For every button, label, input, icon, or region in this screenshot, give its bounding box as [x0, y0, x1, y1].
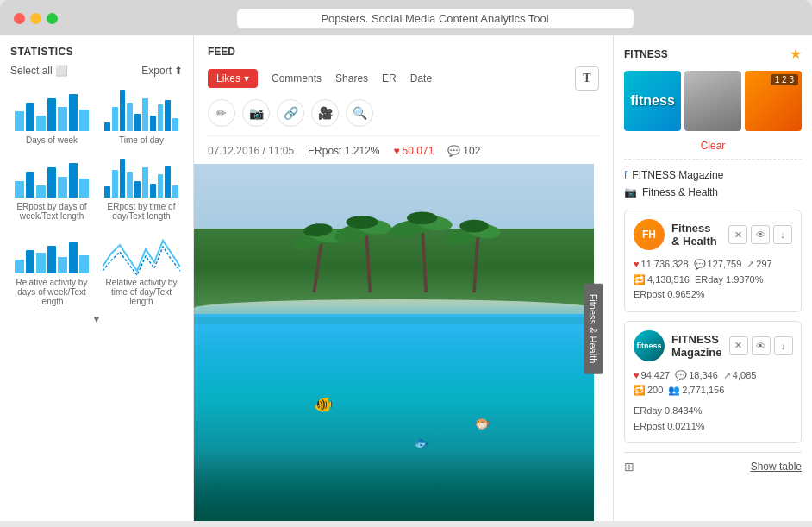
export-btn[interactable]: Export ⬆: [141, 65, 183, 77]
download-fm-btn[interactable]: ↓: [774, 336, 793, 355]
text-format-icon: T: [583, 72, 590, 85]
link-filter-btn[interactable]: 🔗: [277, 99, 304, 127]
erpost-value-fh: 0.9652%: [667, 289, 704, 299]
fitness-header: FITNESS ★: [624, 46, 802, 62]
fitness-health-tab[interactable]: Fitness & Health: [584, 284, 603, 374]
chart-box-relative-time: [103, 228, 180, 275]
chart-relative-days[interactable]: Relative activity by days of week/Text l…: [10, 228, 93, 306]
heart-icon-fh: ♥: [634, 257, 640, 273]
chart-label-relative-days: Relative activity by days of week/Text l…: [10, 278, 93, 306]
likes-tab[interactable]: Likes ▾: [208, 69, 258, 88]
source-label-fitness-magazine: FITNESS Magazine: [632, 169, 723, 181]
stat-shares-fm: ↗ 4,085: [723, 368, 757, 384]
stat-row-fh-2: 🔁 4,138,516 ERday 1.9370%: [634, 273, 792, 288]
video-filter-btn[interactable]: 🎥: [311, 99, 339, 127]
star-button[interactable]: ★: [790, 46, 802, 62]
remove-fh-btn[interactable]: ✕: [728, 225, 747, 244]
chart-days-of-week[interactable]: Days of week: [10, 85, 93, 145]
account-name-fm: FITNESS Magazine: [671, 333, 722, 359]
scroll-down-btn[interactable]: ▼: [10, 313, 183, 325]
post-image-bg: 🐠 🐟 🐡: [194, 164, 594, 521]
stat-row-fm-1: ♥ 94,427 💬 18,346 ↗ 4,085: [634, 368, 792, 384]
chart-erpost-time[interactable]: ERpost by time of day/Text length: [100, 152, 183, 221]
fish-3: 🐡: [474, 416, 491, 432]
show-table-bar: ⊞ Show table: [624, 452, 802, 474]
comment-icon-fm: 💬: [675, 368, 687, 384]
instagram-source-icon: 📷: [624, 186, 637, 198]
avatar-fm-initials: fitness: [634, 330, 665, 361]
show-table-button[interactable]: Show table: [751, 461, 802, 473]
remove-fm-btn[interactable]: ✕: [729, 336, 748, 355]
chart-label-relative-time: Relative activity by time of day/Text le…: [100, 278, 183, 306]
comment-icon-fh: 💬: [694, 257, 706, 273]
chart-relative-time[interactable]: Relative activity by time of day/Text le…: [100, 228, 183, 306]
account-stats-fh: ♥ 11,736,328 💬 127,759 ↗ 297 🔁: [634, 257, 792, 303]
stat-row-fh-1: ♥ 11,736,328 💬 127,759 ↗ 297: [634, 257, 792, 273]
feed-filters: ✏ 📷 🔗 🎥 🔍: [208, 99, 599, 136]
view-fh-btn[interactable]: 👁: [751, 225, 770, 244]
close-dot[interactable]: [14, 13, 25, 24]
source-fitness-magazine[interactable]: f FITNESS Magazine: [624, 166, 802, 184]
account-actions-fm: ✕ 👁 ↓: [729, 336, 793, 355]
feed-content: 07.12.2016 / 11:05 ERpost 1.212% ♥ 50,07…: [194, 136, 613, 521]
maximize-dot[interactable]: [47, 13, 58, 24]
svg-line-4: [366, 229, 371, 292]
stat-comments-fh: 💬 127,759: [694, 257, 742, 273]
share-icon-fh: ↗: [746, 257, 754, 273]
erday-fm: ERday 0.8434%: [634, 404, 703, 419]
comments-value-fh: 127,759: [708, 257, 742, 273]
browser-chrome: Popsters. Social Media Content Analytics…: [0, 0, 812, 35]
svg-line-12: [474, 232, 478, 292]
stat-reposts-fh: 🔁 4,138,516: [634, 273, 690, 288]
fish-1: 🐠: [314, 395, 333, 414]
minimize-dot[interactable]: [30, 13, 41, 24]
fitness-panel-title: FITNESS: [624, 48, 668, 60]
text-format-btn[interactable]: T: [575, 66, 599, 91]
view-fm-btn[interactable]: 👁: [752, 336, 771, 355]
browser-dots: [14, 13, 58, 24]
avatar-fitness-health: FH: [634, 219, 665, 250]
source-list: f FITNESS Magazine 📷 Fitness & Health: [624, 166, 802, 201]
date-tab[interactable]: Date: [410, 72, 432, 85]
svg-point-11: [407, 211, 437, 224]
share-icon-fm: ↗: [723, 368, 731, 384]
repost-icon-fm: 🔁: [634, 383, 646, 398]
clear-button[interactable]: Clear: [624, 140, 802, 160]
edit-filter-btn[interactable]: ✏: [208, 99, 235, 127]
er-tab[interactable]: ER: [382, 72, 397, 85]
stat-comments-fm: 💬 18,346: [675, 368, 718, 384]
stat-likes-fh: ♥ 11,736,328: [634, 257, 689, 273]
search-filter-btn[interactable]: 🔍: [346, 99, 373, 127]
feed-header: FEED Likes ▾ Comments Shares ER Date T ✏…: [194, 35, 613, 136]
fitness-img-2-bg: [684, 71, 741, 131]
erpost-fm: ERpost 0.0211%: [634, 419, 792, 435]
post-likes: ♥ 50,071: [393, 145, 434, 157]
source-fitness-health[interactable]: 📷 Fitness & Health: [624, 184, 802, 201]
erpost-value-fm: 0.0211%: [667, 421, 704, 431]
chart-erpost-days[interactable]: ERpost by days of week/Text length: [10, 152, 93, 221]
image-filter-btn[interactable]: 📷: [242, 99, 270, 127]
select-all-btn[interactable]: Select all ⬜: [10, 65, 68, 77]
comments-tab[interactable]: Comments: [272, 72, 322, 85]
post-er: ERpost 1.212%: [308, 145, 379, 157]
avatar-fh-initials: FH: [634, 219, 665, 250]
export-label: Export: [141, 65, 172, 77]
chart-time-of-day[interactable]: Time of day: [100, 85, 183, 145]
account-actions-fh: ✕ 👁 ↓: [728, 225, 792, 244]
erpost-fh: ERpost 0.9652%: [634, 287, 792, 303]
statistics-title: STATISTICS: [10, 46, 183, 58]
post-comments: 💬 102: [447, 145, 480, 157]
fitness-image-1: fitness: [624, 71, 681, 131]
stat-likes-fm: ♥ 94,427: [634, 368, 670, 384]
size-icon-fm: 👥: [668, 383, 680, 398]
coral-bg: [194, 449, 594, 521]
svg-point-7: [346, 216, 378, 229]
shares-tab[interactable]: Shares: [335, 72, 368, 85]
reposts-value-fm: 200: [647, 383, 663, 398]
likes-value-fh: 11,736,328: [641, 257, 689, 273]
address-bar[interactable]: Popsters. Social Media Content Analytics…: [237, 9, 634, 28]
download-fh-btn[interactable]: ↓: [773, 225, 792, 244]
feed-panel: FEED Likes ▾ Comments Shares ER Date T ✏…: [194, 35, 614, 521]
comment-bubble-icon: 💬: [447, 145, 460, 157]
erday-value-fm: 0.8434%: [665, 405, 702, 416]
